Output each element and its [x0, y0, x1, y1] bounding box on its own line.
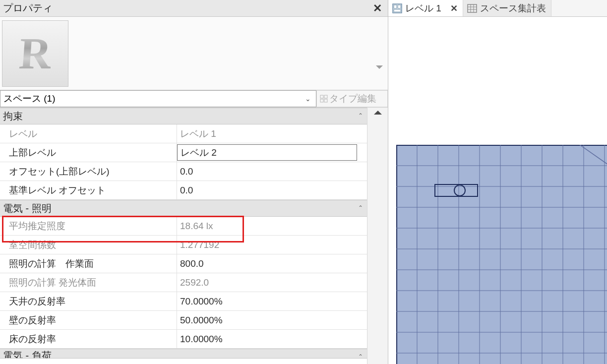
- section-collapse-icon: ⌃: [358, 353, 363, 359]
- type-edit-label: タイプ編集: [329, 92, 376, 105]
- section-collapse-icon: ⌃: [358, 204, 363, 211]
- row-calc-luminous: 照明の計算 発光体面 2592.0: [0, 273, 367, 292]
- svg-rect-7: [394, 9, 401, 12]
- svg-rect-1: [324, 95, 327, 98]
- section-constraints[interactable]: 拘束 ⌃: [0, 108, 367, 124]
- row-ceiling-refl: 天井の反射率 70.0000%: [0, 292, 367, 311]
- row-wall-refl: 壁の反射率 50.0000%: [0, 311, 367, 330]
- row-value: 2592.0: [177, 273, 367, 292]
- svg-rect-2: [320, 99, 323, 102]
- row-value-input[interactable]: レベル 2: [177, 144, 357, 161]
- svg-rect-3: [324, 99, 327, 102]
- view-area: レベル 1 ✕ スペース集計表: [388, 0, 607, 364]
- row-value[interactable]: 70.0000%: [177, 292, 367, 310]
- row-value: レベル 1: [177, 124, 367, 143]
- revit-logo-icon: R: [17, 28, 53, 79]
- section-elec-lighting[interactable]: 電気 - 照明 ⌃: [0, 200, 367, 217]
- row-value[interactable]: 0.0: [177, 181, 367, 199]
- row-label: オフセット(上部レベル): [0, 162, 177, 181]
- row-value[interactable]: 800.0: [177, 254, 367, 273]
- panel-title-text: プロパティ: [3, 1, 53, 15]
- tab-level-1[interactable]: レベル 1 ✕: [388, 0, 463, 16]
- svg-rect-8: [468, 4, 477, 12]
- panel-titlebar: プロパティ ✕: [0, 0, 388, 17]
- row-value[interactable]: 50.0000%: [177, 311, 367, 329]
- selector-text: スペース (1): [3, 92, 56, 105]
- row-value: 18.64 lx: [177, 217, 367, 235]
- properties-panel: プロパティ ✕ R スペース (1) ⌄: [0, 0, 388, 364]
- chevron-down-icon[interactable]: [376, 65, 383, 69]
- row-upper-level: 上部レベル レベル 2: [0, 143, 367, 162]
- tab-space-schedule[interactable]: スペース集計表: [463, 0, 551, 16]
- type-edit-icon: [320, 95, 328, 103]
- svg-rect-13: [396, 145, 607, 364]
- row-label: 基準レベル オフセット: [0, 181, 177, 199]
- scroll-up-icon[interactable]: [374, 111, 382, 115]
- row-label: 平均推定照度: [0, 217, 177, 235]
- floor-plan: [396, 145, 607, 364]
- row-level: レベル レベル 1: [0, 124, 367, 143]
- svg-rect-0: [320, 95, 323, 98]
- section-title: 電気 - 照明: [3, 202, 52, 215]
- row-floor-refl: 床の反射率 10.0000%: [0, 330, 367, 349]
- row-label: 床の反射率: [0, 330, 177, 348]
- row-label: 照明の計算 発光体面: [0, 273, 177, 292]
- tab-label: レベル 1: [405, 2, 441, 15]
- close-icon[interactable]: ✕: [450, 3, 458, 14]
- plan-view-icon: [392, 3, 402, 13]
- type-edit-button[interactable]: タイプ編集: [316, 90, 388, 107]
- section-title: 電気 - 負荷: [3, 349, 52, 359]
- view-tabs: レベル 1 ✕ スペース集計表: [388, 0, 607, 17]
- row-value[interactable]: 0.0: [177, 162, 367, 181]
- row-label: 上部レベル: [0, 143, 177, 162]
- close-icon[interactable]: ✕: [370, 2, 385, 15]
- row-label: レベル: [0, 124, 177, 143]
- selector-row: スペース (1) ⌄ タイプ編集: [0, 90, 388, 108]
- row-value: 1.277192: [177, 236, 367, 254]
- svg-rect-6: [398, 5, 401, 8]
- chevron-down-icon: ⌄: [305, 95, 311, 103]
- svg-rect-5: [394, 5, 397, 8]
- element-selector[interactable]: スペース (1) ⌄: [0, 90, 316, 107]
- type-preview: R: [0, 17, 388, 90]
- tab-label: スペース集計表: [480, 2, 546, 15]
- row-room-cavity: 室空間係数 1.277192: [0, 236, 367, 254]
- property-grid: 拘束 ⌃ レベル レベル 1 上部レベル レベル 2 オフセット(上部レベル) …: [0, 108, 388, 364]
- preview-thumbnail: R: [2, 20, 68, 87]
- section-elec-load[interactable]: 電気 - 負荷 ⌃: [0, 349, 367, 359]
- row-avg-illuminance: 平均推定照度 18.64 lx: [0, 217, 367, 236]
- section-collapse-icon: ⌃: [358, 112, 363, 119]
- row-base-offset: 基準レベル オフセット 0.0: [0, 181, 367, 200]
- row-label: 室空間係数: [0, 236, 177, 254]
- section-title: 拘束: [3, 110, 23, 123]
- schedule-icon: [467, 3, 477, 13]
- row-label: 照明の計算 作業面: [0, 254, 177, 273]
- row-value[interactable]: 10.0000%: [177, 330, 367, 348]
- row-offset-upper: オフセット(上部レベル) 0.0: [0, 162, 367, 181]
- scrollbar[interactable]: [367, 108, 388, 364]
- row-calc-workplane: 照明の計算 作業面 800.0: [0, 254, 367, 273]
- row-label: 壁の反射率: [0, 311, 177, 329]
- row-label: 天井の反射率: [0, 292, 177, 310]
- plan-viewport[interactable]: [388, 17, 607, 364]
